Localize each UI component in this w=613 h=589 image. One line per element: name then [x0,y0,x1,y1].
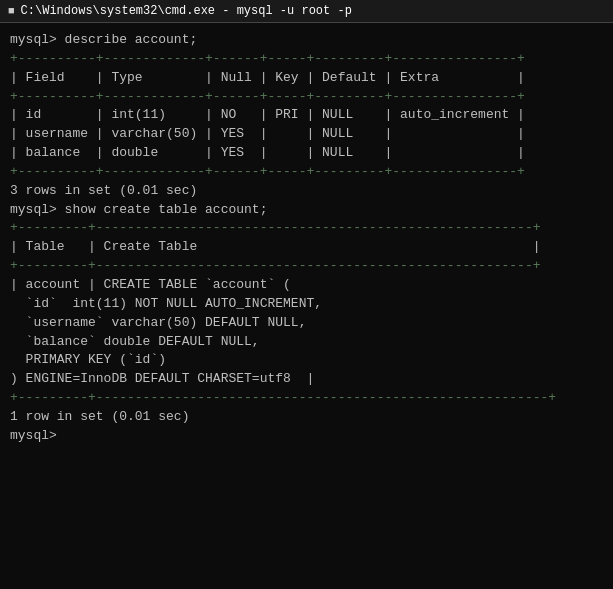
terminal-line: PRIMARY KEY (`id`) [10,351,603,370]
terminal-line: | Field | Type | Null | Key | Default | … [10,69,603,88]
title-bar: ■ C:\Windows\system32\cmd.exe - mysql -u… [0,0,613,23]
terminal-line: | account | CREATE TABLE `account` ( [10,276,603,295]
terminal-line: mysql> [10,427,603,446]
cmd-icon: ■ [8,5,15,17]
terminal-line: +----------+-------------+------+-----+-… [10,50,603,69]
terminal-line: 1 row in set (0.01 sec) [10,408,603,427]
terminal-line: +----------+-------------+------+-----+-… [10,163,603,182]
terminal-line: `username` varchar(50) DEFAULT NULL, [10,314,603,333]
terminal-line: +----------+-------------+------+-----+-… [10,88,603,107]
terminal-line: | id | int(11) | NO | PRI | NULL | auto_… [10,106,603,125]
title-bar-text: C:\Windows\system32\cmd.exe - mysql -u r… [21,4,352,18]
terminal-body[interactable]: mysql> describe account;+----------+----… [0,23,613,589]
terminal-line: ) ENGINE=InnoDB DEFAULT CHARSET=utf8 | [10,370,603,389]
terminal-line: mysql> show create table account; [10,201,603,220]
terminal-line: `balance` double DEFAULT NULL, [10,333,603,352]
terminal-line: `id` int(11) NOT NULL AUTO_INCREMENT, [10,295,603,314]
terminal-line: | balance | double | YES | | NULL | | [10,144,603,163]
terminal-line: +---------+-----------------------------… [10,219,603,238]
terminal-line: | Table | Create Table | [10,238,603,257]
terminal-line: 3 rows in set (0.01 sec) [10,182,603,201]
terminal-line: +---------+-----------------------------… [10,389,603,408]
terminal-line: | username | varchar(50) | YES | | NULL … [10,125,603,144]
terminal-line: mysql> describe account; [10,31,603,50]
terminal-line: +---------+-----------------------------… [10,257,603,276]
terminal-window: ■ C:\Windows\system32\cmd.exe - mysql -u… [0,0,613,589]
